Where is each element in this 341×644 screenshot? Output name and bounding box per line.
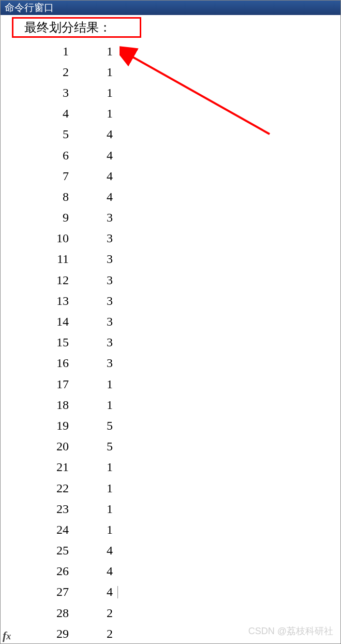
row-index: 13 bbox=[16, 294, 73, 308]
table-row: 84 bbox=[16, 186, 340, 207]
table-row: 64 bbox=[16, 145, 340, 166]
row-value: 4 bbox=[73, 564, 117, 578]
table-row: 21 bbox=[16, 62, 340, 82]
row-value: 5 bbox=[73, 440, 117, 453]
table-row: 241 bbox=[16, 519, 340, 540]
row-index: 11 bbox=[16, 252, 73, 266]
row-index: 21 bbox=[16, 460, 73, 474]
window-title: 命令行窗口 bbox=[5, 1, 54, 14]
row-index: 24 bbox=[16, 523, 73, 537]
row-index: 5 bbox=[16, 127, 73, 141]
row-index: 28 bbox=[16, 606, 73, 620]
table-row: 274 bbox=[16, 582, 340, 603]
row-value: 4 bbox=[73, 190, 117, 204]
table-row: 231 bbox=[16, 499, 340, 519]
row-value: 2 bbox=[73, 627, 117, 641]
row-index: 2 bbox=[16, 65, 73, 79]
row-value: 3 bbox=[73, 356, 117, 370]
table-row: 143 bbox=[16, 311, 340, 332]
row-index: 19 bbox=[16, 419, 73, 433]
output-header: 最终划分结果： bbox=[20, 17, 115, 38]
text-cursor bbox=[117, 586, 118, 598]
row-value: 1 bbox=[73, 523, 117, 537]
table-row: 54 bbox=[16, 124, 340, 145]
row-index: 9 bbox=[16, 211, 73, 225]
row-value: 1 bbox=[73, 481, 117, 495]
row-index: 25 bbox=[16, 544, 73, 558]
table-row: 41 bbox=[16, 104, 340, 124]
row-index: 14 bbox=[16, 315, 73, 329]
row-index: 23 bbox=[16, 502, 73, 516]
watermark-text: CSDN @荔枝科研社 bbox=[248, 625, 333, 637]
row-value: 1 bbox=[73, 377, 117, 391]
table-row: 195 bbox=[16, 415, 340, 436]
fx-function-icon[interactable]: fx bbox=[3, 629, 11, 642]
row-value: 1 bbox=[73, 86, 117, 100]
row-value: 1 bbox=[73, 65, 117, 79]
table-row: 254 bbox=[16, 540, 340, 561]
row-index: 8 bbox=[16, 190, 73, 204]
row-value: 3 bbox=[73, 211, 117, 225]
table-row: 31 bbox=[16, 82, 340, 103]
table-row: 133 bbox=[16, 290, 340, 311]
table-row: 163 bbox=[16, 353, 340, 374]
table-row: 221 bbox=[16, 478, 340, 499]
row-value: 4 bbox=[73, 127, 117, 141]
row-index: 3 bbox=[16, 86, 73, 100]
row-value: 1 bbox=[73, 460, 117, 474]
table-row: 264 bbox=[16, 561, 340, 582]
row-value: 5 bbox=[73, 419, 117, 433]
row-value: 3 bbox=[73, 315, 117, 329]
row-index: 17 bbox=[16, 377, 73, 391]
row-index: 7 bbox=[16, 169, 73, 183]
table-row: 74 bbox=[16, 166, 340, 186]
row-value: 3 bbox=[73, 252, 117, 266]
row-value: 1 bbox=[73, 45, 117, 58]
row-value: 3 bbox=[73, 335, 117, 349]
table-row: 153 bbox=[16, 332, 340, 353]
row-index: 20 bbox=[16, 440, 73, 453]
row-index: 12 bbox=[16, 273, 73, 287]
table-row: 181 bbox=[16, 394, 340, 415]
table-row: 123 bbox=[16, 270, 340, 290]
row-index: 26 bbox=[16, 564, 73, 578]
table-row: 103 bbox=[16, 228, 340, 249]
row-value: 3 bbox=[73, 294, 117, 308]
row-index: 29 bbox=[16, 627, 73, 641]
row-index: 16 bbox=[16, 356, 73, 370]
row-value: 4 bbox=[73, 149, 117, 163]
row-value: 1 bbox=[73, 502, 117, 516]
table-row: 11 bbox=[16, 41, 340, 62]
row-value: 3 bbox=[73, 273, 117, 287]
row-index: 15 bbox=[16, 335, 73, 349]
row-value: 1 bbox=[73, 398, 117, 412]
table-row: 93 bbox=[16, 208, 340, 228]
row-index: 22 bbox=[16, 481, 73, 495]
row-value: 2 bbox=[73, 606, 117, 620]
row-index: 27 bbox=[16, 585, 73, 599]
row-value: 4 bbox=[73, 544, 117, 558]
table-row: 113 bbox=[16, 249, 340, 270]
row-index: 18 bbox=[16, 398, 73, 412]
row-index: 6 bbox=[16, 149, 73, 163]
result-table: 11 21 31 41 54 64 74 84 93 103 113 123 1… bbox=[16, 41, 340, 644]
window-title-bar: 命令行窗口 bbox=[1, 1, 340, 15]
row-value: 3 bbox=[73, 231, 117, 245]
row-value: 4 bbox=[73, 169, 117, 183]
row-value: 1 bbox=[73, 107, 117, 121]
table-row: 205 bbox=[16, 436, 340, 457]
row-value: 4 bbox=[73, 585, 117, 599]
command-output-area[interactable]: 最终划分结果： 11 21 31 41 54 64 74 84 93 103 1… bbox=[1, 15, 340, 643]
row-index: 10 bbox=[16, 231, 73, 245]
table-row: 171 bbox=[16, 374, 340, 394]
table-row: 282 bbox=[16, 603, 340, 623]
table-row: 211 bbox=[16, 457, 340, 478]
row-index: 4 bbox=[16, 107, 73, 121]
row-index: 1 bbox=[16, 45, 73, 58]
